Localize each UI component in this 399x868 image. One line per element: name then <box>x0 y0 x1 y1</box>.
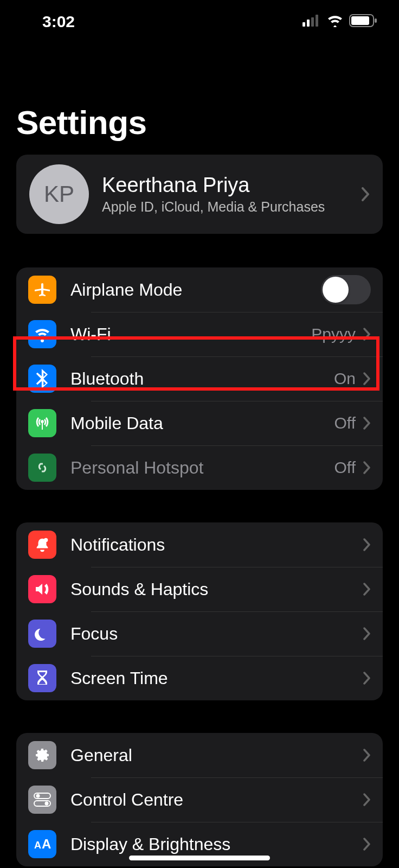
connectivity-group: Airplane Mode Wi-Fi Ppyyy Bluetooth On M… <box>16 267 383 490</box>
row-label: General <box>70 745 363 765</box>
status-bar: 3:02 <box>0 0 399 33</box>
chevron-right-icon <box>363 417 371 430</box>
screen-time-row[interactable]: Screen Time <box>16 656 383 700</box>
notifications-row[interactable]: Notifications <box>16 522 383 567</box>
row-label: Screen Time <box>70 668 363 688</box>
status-indicators <box>303 14 377 29</box>
row-label: Sounds & Haptics <box>70 579 363 599</box>
row-label: Control Centre <box>70 790 363 810</box>
bluetooth-row[interactable]: Bluetooth On <box>16 356 383 401</box>
speaker-icon <box>28 575 56 603</box>
row-value: On <box>334 369 356 388</box>
mobile-data-row[interactable]: Mobile Data Off <box>16 401 383 445</box>
chevron-right-icon <box>363 461 371 474</box>
text-size-icon: AA <box>28 830 56 858</box>
chevron-right-icon <box>363 838 371 851</box>
general-row[interactable]: General <box>16 733 383 777</box>
svg-point-9 <box>36 794 40 798</box>
notifications-group: Notifications Sounds & Haptics Focus Scr… <box>16 522 383 700</box>
row-label: Focus <box>70 624 363 644</box>
svg-rect-3 <box>316 15 318 27</box>
avatar: KP <box>29 164 89 224</box>
row-label: Display & Brightness <box>70 834 363 854</box>
svg-rect-6 <box>375 18 377 23</box>
cellular-signal-icon <box>303 15 321 29</box>
row-label: Mobile Data <box>70 413 334 433</box>
svg-text:A: A <box>42 837 51 851</box>
chevron-right-icon <box>363 583 371 596</box>
chevron-right-icon <box>363 328 371 341</box>
airplane-icon <box>28 276 56 304</box>
sounds-row[interactable]: Sounds & Haptics <box>16 567 383 611</box>
personal-hotspot-row[interactable]: Personal Hotspot Off <box>16 445 383 490</box>
svg-point-11 <box>45 802 49 806</box>
hourglass-icon <box>28 664 56 692</box>
airplane-mode-toggle[interactable] <box>321 275 371 304</box>
antenna-icon <box>28 409 56 437</box>
profile-group: KP Keerthana Priya Apple ID, iCloud, Med… <box>16 155 383 234</box>
svg-rect-0 <box>303 22 305 27</box>
profile-subtitle: Apple ID, iCloud, Media & Purchases <box>102 199 348 215</box>
svg-text:A: A <box>34 840 41 851</box>
row-label: Notifications <box>70 535 363 555</box>
gear-icon <box>28 741 56 769</box>
chevron-right-icon <box>363 793 371 806</box>
chevron-right-icon <box>363 538 371 551</box>
chevron-right-icon <box>363 627 371 640</box>
chevron-right-icon <box>363 749 371 762</box>
chevron-right-icon <box>361 187 370 201</box>
row-label: Bluetooth <box>70 369 334 389</box>
control-centre-row[interactable]: Control Centre <box>16 777 383 822</box>
svg-rect-2 <box>311 17 314 27</box>
focus-row[interactable]: Focus <box>16 611 383 656</box>
chevron-right-icon <box>363 672 371 685</box>
row-value: Off <box>334 414 356 432</box>
profile-name: Keerthana Priya <box>102 174 348 197</box>
airplane-mode-row[interactable]: Airplane Mode <box>16 267 383 312</box>
svg-rect-5 <box>351 16 369 25</box>
moon-icon <box>28 620 56 648</box>
row-label: Wi-Fi <box>70 324 311 344</box>
row-label: Personal Hotspot <box>70 458 334 478</box>
svg-rect-1 <box>307 20 310 27</box>
status-time: 3:02 <box>42 12 75 31</box>
svg-point-7 <box>44 538 48 542</box>
wifi-status-icon <box>326 14 344 29</box>
row-label: Airplane Mode <box>70 280 321 300</box>
bell-icon <box>28 531 56 559</box>
bluetooth-icon <box>28 365 56 393</box>
wifi-row[interactable]: Wi-Fi Ppyyy <box>16 312 383 356</box>
general-group: General Control Centre AA Display & Brig… <box>16 733 383 866</box>
battery-icon <box>349 14 377 29</box>
wifi-icon <box>28 320 56 348</box>
switches-icon <box>28 786 56 814</box>
link-icon <box>28 454 56 482</box>
row-value: Ppyyy <box>311 325 356 343</box>
row-value: Off <box>334 458 356 477</box>
apple-id-row[interactable]: KP Keerthana Priya Apple ID, iCloud, Med… <box>16 155 383 234</box>
page-title: Settings <box>0 33 399 155</box>
chevron-right-icon <box>363 372 371 385</box>
home-indicator[interactable] <box>129 856 270 860</box>
